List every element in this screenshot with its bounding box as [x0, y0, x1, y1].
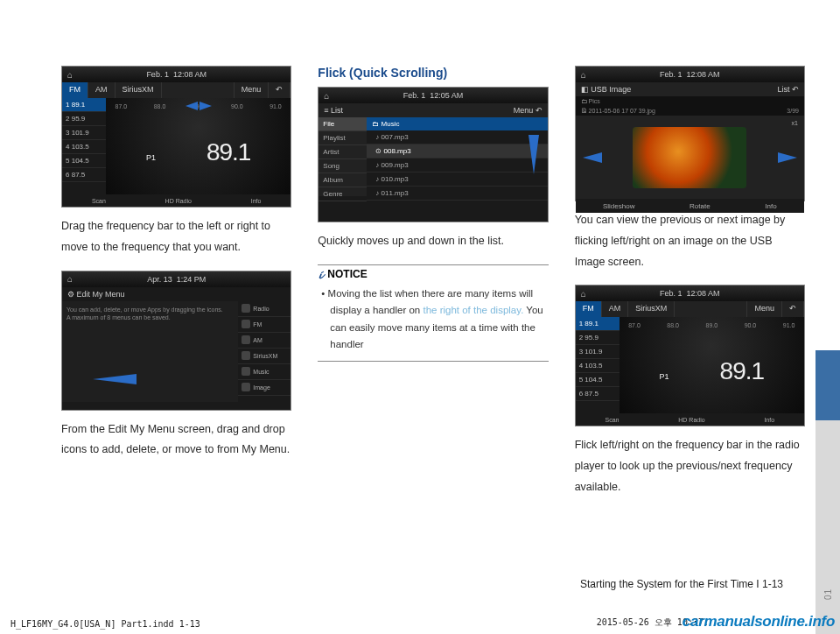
- watermark: carmanualsonline.info: [682, 613, 835, 630]
- radio-tabs: FM AM SiriusXM Menu ↶: [62, 82, 290, 98]
- body-text: Drag the frequency bar to the left or ri…: [61, 216, 291, 258]
- flick-left-arrow-icon: [583, 152, 602, 163]
- body-text: Flick left/right on the frequency bar in…: [575, 435, 805, 497]
- body-text: Quickly moves up and down in the list.: [318, 231, 548, 252]
- image-content: [633, 127, 746, 188]
- notice-body: • Moving the list when there are many it…: [318, 285, 548, 362]
- list-screenshot: ⌂Feb. 1 12:05 AM ≡ ListMenu ↶ File Playl…: [318, 87, 548, 222]
- section-title: Flick (Quick Scrolling): [318, 66, 548, 80]
- image-viewer-screenshot: ⌂Feb. 1 12:08 AM ◧ USB ImageList ↶ 🗀 Pic…: [575, 66, 805, 201]
- flick-down-arrow-icon: [528, 135, 539, 174]
- notice-icon: 𝓲: [318, 267, 322, 282]
- indd-footer: H_LF16MY_G4.0[USA_N] Part1.indd 1-13: [10, 619, 200, 629]
- body-text: You can view the previous or next image …: [575, 210, 805, 272]
- frequency-display: 89.1: [206, 138, 251, 166]
- status-time: 12:08 AM: [173, 70, 206, 79]
- editmenu-screenshot: ⌂Apr. 13 1:24 PM ⚙ Edit My Menu You can …: [61, 271, 291, 411]
- body-text: From the Edit My Menu screen, drag and d…: [61, 419, 291, 461]
- notice-heading: 𝓲NOTICE: [318, 264, 548, 282]
- preset-list: 1 89.1 2 95.9 3 101.9 4 103.5 5 104.5 6 …: [62, 98, 106, 194]
- drag-arrows-icon: [186, 102, 212, 110]
- status-date: Feb. 1: [146, 70, 169, 79]
- page-footer: Starting the System for the First Time I…: [580, 578, 783, 590]
- radio-screenshot: ⌂Feb. 1 12:08 AM FM AM SiriusXM Menu ↶ 1…: [61, 66, 291, 208]
- radio-screenshot-2: ⌂Feb. 1 12:08 AM FM AM SiriusXM Menu ↶ 1…: [575, 285, 805, 426]
- tab-menu: Menu: [234, 82, 270, 98]
- drag-left-arrow-icon: [93, 374, 136, 384]
- side-tabs: 01: [816, 0, 840, 634]
- flick-right-arrow-icon: [778, 152, 797, 163]
- edit-title: ⚙ Edit My Menu: [62, 287, 290, 301]
- chapter-tab-label: 01: [823, 588, 833, 600]
- tab-am: AM: [88, 82, 116, 98]
- home-icon: ⌂: [67, 70, 73, 80]
- tab-sxm: SiriusXM: [116, 82, 162, 98]
- tab-back: ↶: [269, 82, 290, 98]
- preset-label: P1: [146, 153, 156, 162]
- tab-fm: FM: [62, 82, 88, 98]
